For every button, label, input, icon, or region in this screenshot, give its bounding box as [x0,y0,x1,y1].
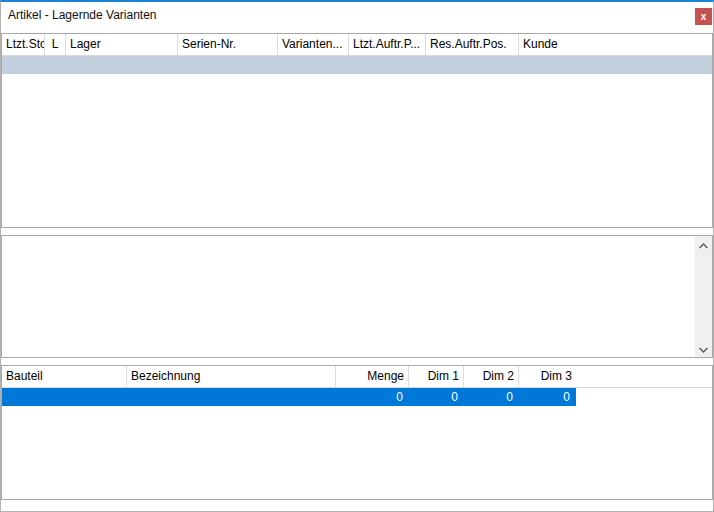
column-header-menge[interactable]: Menge [336,366,409,387]
column-header-serien-nr[interactable]: Serien-Nr. [178,34,278,55]
scroll-up-button[interactable] [695,236,712,253]
variants-selected-row[interactable] [2,56,712,74]
column-header-bauteil[interactable]: Bauteil [2,366,127,387]
column-header-l[interactable]: L [45,34,66,55]
detail-text-panel [1,235,713,358]
scroll-down-button[interactable] [695,340,712,357]
column-header-varianten[interactable]: Varianten... [278,34,349,55]
cell-dim-3: 0 [519,388,576,406]
window-title: Artikel - Lagernde Varianten [8,8,157,22]
variants-header-row: Ltzt.Sto L Lager Serien-Nr. Varianten...… [2,34,712,56]
vertical-scrollbar[interactable] [695,236,712,357]
cell-dim-2: 0 [464,388,519,406]
parts-list-panel: Bauteil Bezeichnung Menge Dim 1 Dim 2 Di… [1,365,713,500]
cell-bauteil [2,388,127,406]
close-button[interactable]: x [695,8,712,25]
parts-header-filler [576,366,712,387]
column-header-dim-2[interactable]: Dim 2 [464,366,519,387]
column-header-dim-1[interactable]: Dim 1 [409,366,464,387]
column-header-dim-3[interactable]: Dim 3 [519,366,576,387]
close-icon: x [701,11,707,22]
cell-dim-1: 0 [409,388,464,406]
parts-header-row: Bauteil Bezeichnung Menge Dim 1 Dim 2 Di… [2,366,712,388]
detail-text-content [2,236,695,357]
column-header-kunde[interactable]: Kunde [519,34,712,55]
column-header-ltzt-sto[interactable]: Ltzt.Sto [2,34,45,55]
title-bar[interactable]: Artikel - Lagernde Varianten x [1,2,713,32]
column-header-res-auftr-pos[interactable]: Res.Auftr.Pos. [426,34,519,55]
chevron-down-icon [699,342,708,356]
column-header-ltzt-auftr-p[interactable]: Ltzt.Auftr.P... [349,34,426,55]
cell-bezeichnung [127,388,336,406]
parts-selected-row[interactable]: 0 0 0 0 [2,388,576,406]
cell-menge: 0 [336,388,409,406]
variants-list-panel: Ltzt.Sto L Lager Serien-Nr. Varianten...… [1,33,713,228]
column-header-bezeichnung[interactable]: Bezeichnung [127,366,336,387]
chevron-up-icon [699,238,708,252]
dialog-window: Artikel - Lagernde Varianten x Ltzt.Sto … [0,0,714,512]
column-header-lager[interactable]: Lager [66,34,178,55]
